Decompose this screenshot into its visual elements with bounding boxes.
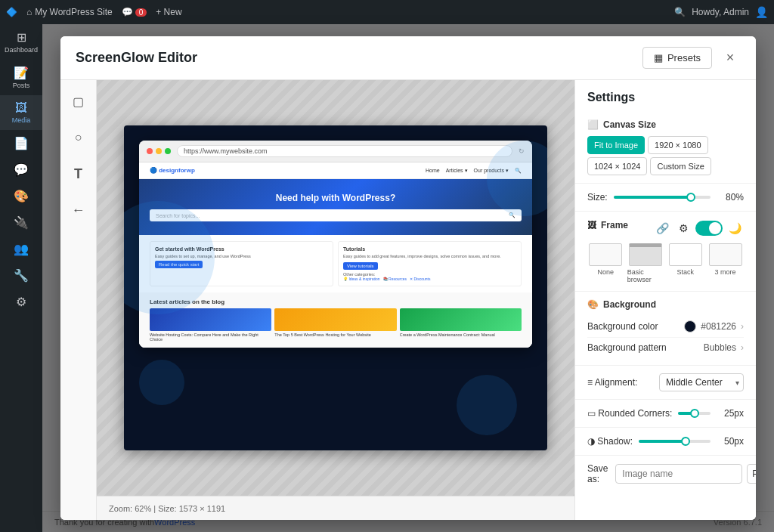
frame-more-label: 3 more (715, 268, 736, 276)
sidebar-item-users[interactable]: 👥 (0, 236, 42, 262)
alignment-icon: ≡ (587, 377, 593, 388)
admin-avatar[interactable]: 👤 (755, 6, 768, 18)
alignment-wrapper: Middle Center Top Left Top Center Bottom… (659, 373, 744, 391)
site-logo: 🔵 designforwp (150, 167, 195, 174)
settings-icon: ⚙ (16, 295, 26, 309)
frame-link-icon[interactable]: 🔗 (653, 219, 671, 237)
size-row: Size: 80% (587, 191, 744, 203)
pages-icon: 📄 (14, 136, 29, 150)
site-nav: 🔵 designforwp HomeArticles ▾Our products… (139, 162, 532, 179)
frame-stack[interactable]: Stack (667, 243, 704, 283)
alignment-select[interactable]: Middle Center Top Left Top Center Bottom… (659, 373, 744, 391)
frame-more-preview (709, 243, 742, 266)
frame-basic-browser[interactable]: Basic browser (627, 243, 664, 283)
frame-header: 🖼 Frame 🔗 ⚙ 🌙 (587, 219, 744, 237)
sidebar-item-appearance[interactable]: 🎨 (0, 183, 42, 209)
bg-color-row[interactable]: Background color #081226 › (587, 316, 744, 338)
modal-header: ScreenGlow Editor ▦ Presets × (60, 36, 756, 80)
presets-button[interactable]: ▦ Presets (642, 47, 712, 69)
close-button[interactable]: × (720, 48, 741, 69)
site-name[interactable]: ⌂ My WordPress Site (26, 7, 113, 17)
frame-none-label: None (598, 268, 615, 276)
circle-tool-button[interactable]: ○ (67, 125, 91, 150)
background-icon: 🎨 (587, 299, 599, 310)
browser-bar: https://www.mywebsite.com ↻ (139, 141, 532, 162)
frame-icon: 🖼 (587, 220, 596, 230)
modal-body: ▢ ○ T ← (60, 80, 756, 520)
appearance-icon: 🎨 (14, 189, 29, 203)
frame-none[interactable]: None (587, 243, 624, 283)
format-select[interactable]: PNG JPG WebP (747, 464, 756, 484)
frame-toggle[interactable] (695, 221, 723, 236)
users-icon: 👥 (14, 242, 29, 256)
canvas-1920-btn[interactable]: 1920 × 1080 (648, 136, 707, 154)
canvas-area: https://www.mywebsite.com ↻ 🔵 designforw… (97, 80, 574, 520)
dot-yellow (156, 148, 162, 154)
rounded-corners-row: ▭ Rounded Corners: 25px (587, 407, 744, 419)
comment-notif[interactable]: 💬 0 (122, 7, 147, 17)
media-icon: 🖼 (15, 101, 27, 115)
sidebar-item-posts[interactable]: 📝 Posts (0, 60, 42, 95)
canvas-size-title: ⬜ Canvas Size (587, 119, 744, 130)
custom-size-btn[interactable]: Custom Size (650, 157, 711, 175)
frame-icons: 🔗 ⚙ 🌙 (653, 219, 744, 237)
frame-settings-icon[interactable]: ⚙ (674, 219, 692, 237)
color-swatch (684, 320, 696, 332)
sidebar-item-tools[interactable]: 🔧 (0, 262, 42, 289)
sidebar-item-settings[interactable]: ⚙ (0, 289, 42, 315)
background-title: 🎨 Background (587, 299, 744, 310)
settings-panel: Settings ⬜ Canvas Size Fit to Image 1920… (574, 80, 756, 520)
sidebar-item-dashboard[interactable]: ⊞ Dashboard (0, 24, 42, 60)
bg-pattern-label: Background pattern (587, 342, 667, 353)
admin-howdy: Howdy, Admin (692, 7, 749, 17)
site-blog-cards: Website Hosting Costs: Compare Here and … (150, 308, 522, 342)
add-new-btn[interactable]: + New (156, 7, 181, 17)
sidebar-item-pages[interactable]: 📄 (0, 130, 42, 156)
arrow-tool-button[interactable]: ← (67, 198, 91, 222)
rounded-corners-icon: ▭ (587, 408, 596, 419)
site-card-tutorials: Tutorials Easy guides to add great featu… (338, 241, 522, 286)
fit-to-image-btn[interactable]: Fit to Image (587, 136, 645, 154)
frame-more[interactable]: 3 more (707, 243, 744, 283)
select-tool-button[interactable]: ▢ (67, 89, 91, 113)
sidebar-item-plugins[interactable]: 🔌 (0, 209, 42, 236)
shadow-row: ◑ Shadow: 50px (587, 435, 744, 447)
sidebar-item-media[interactable]: 🖼 Media (0, 95, 42, 130)
admin-bar-left: 🔷 ⌂ My WordPress Site 💬 0 + New (6, 7, 182, 17)
wp-content: ScreenGlow Editor ▦ Presets × ▢ ○ T ← (42, 24, 774, 532)
text-tool-button[interactable]: T (67, 162, 91, 186)
search-icon[interactable]: 🔍 (674, 7, 686, 17)
canvas-1024-btn[interactable]: 1024 × 1024 (587, 157, 647, 175)
rounded-corners-label: ▭ Rounded Corners: (587, 408, 672, 419)
canvas-footer: Zoom: 62% | Size: 1573 × 1191 (97, 496, 574, 520)
shadow-icon: ◑ (587, 436, 595, 447)
background-section: 🎨 Background Background color #081226 › (575, 292, 756, 366)
frame-browser-preview (629, 243, 662, 266)
frame-stack-label: Stack (677, 268, 695, 276)
frame-moon-icon[interactable]: 🌙 (726, 219, 744, 237)
canvas-size-icon: ⬜ (587, 119, 599, 130)
deco-circle-4 (139, 360, 184, 405)
size-label: Size: (587, 192, 608, 203)
save-as-label: Save as: (587, 463, 608, 484)
size-slider[interactable] (614, 191, 711, 203)
alignment-row: ≡ Alignment: Middle Center Top Left Top … (587, 373, 744, 391)
blog-card-3: Create a WordPress Maintenance Contract:… (400, 308, 522, 342)
rounded-corners-value: 25px (717, 408, 744, 419)
canvas-wrapper[interactable]: https://www.mywebsite.com ↻ 🔵 designforw… (97, 80, 574, 496)
site-search: Search for topics...🔍 (150, 209, 522, 221)
save-as-input[interactable] (615, 464, 742, 484)
wp-logo[interactable]: 🔷 (6, 7, 17, 17)
rounded-corners-slider[interactable] (678, 407, 711, 419)
rounded-corners-section: ▭ Rounded Corners: 25px (575, 400, 756, 428)
admin-bar: 🔷 ⌂ My WordPress Site 💬 0 + New 🔍 Howdy,… (0, 0, 774, 24)
bg-pattern-row[interactable]: Background pattern Bubbles › (587, 338, 744, 357)
sidebar-label: Dashboard (5, 46, 38, 54)
shadow-value: 50px (717, 436, 744, 447)
sidebar-item-comments[interactable]: 💬 (0, 156, 42, 183)
tools-icon: 🔧 (14, 268, 29, 283)
browser-dots (147, 148, 171, 154)
sidebar-label: Media (12, 116, 31, 124)
shadow-slider[interactable] (639, 435, 711, 447)
shadow-label: ◑ Shadow: (587, 436, 633, 447)
